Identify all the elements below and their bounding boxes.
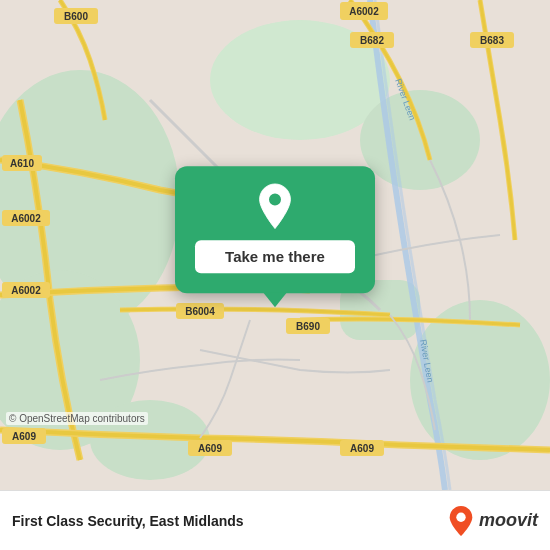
svg-text:A6002: A6002 [11, 213, 41, 224]
moovit-logo: moovit [447, 505, 538, 537]
location-name: First Class Security, East Midlands [12, 513, 244, 529]
svg-text:B6004: B6004 [185, 306, 215, 317]
location-info: First Class Security, East Midlands [12, 513, 244, 529]
svg-point-4 [360, 90, 480, 190]
moovit-brand-name: moovit [479, 510, 538, 531]
bottom-bar: First Class Security, East Midlands moov… [0, 490, 550, 550]
svg-text:A6002: A6002 [349, 6, 379, 17]
svg-text:A609: A609 [350, 443, 374, 454]
location-pin-icon [251, 182, 299, 230]
svg-text:B690: B690 [296, 321, 320, 332]
map-attribution: © OpenStreetMap contributors [6, 412, 148, 425]
svg-text:A610: A610 [10, 158, 34, 169]
svg-point-35 [456, 512, 465, 521]
svg-text:B600: B600 [64, 11, 88, 22]
map-container: A6002 B682 B683 B600 A610 A6002 B6004 B6… [0, 0, 550, 490]
moovit-pin-icon [447, 505, 475, 537]
svg-text:B682: B682 [360, 35, 384, 46]
svg-text:A6002: A6002 [11, 285, 41, 296]
svg-point-34 [268, 193, 282, 207]
svg-text:B683: B683 [480, 35, 504, 46]
location-name-text: First Class Security [12, 513, 142, 529]
svg-text:A609: A609 [12, 431, 36, 442]
take-me-there-button[interactable]: Take me there [195, 240, 355, 273]
location-region-text: East Midlands [149, 513, 243, 529]
svg-text:A609: A609 [198, 443, 222, 454]
popup-card: Take me there [175, 166, 375, 293]
